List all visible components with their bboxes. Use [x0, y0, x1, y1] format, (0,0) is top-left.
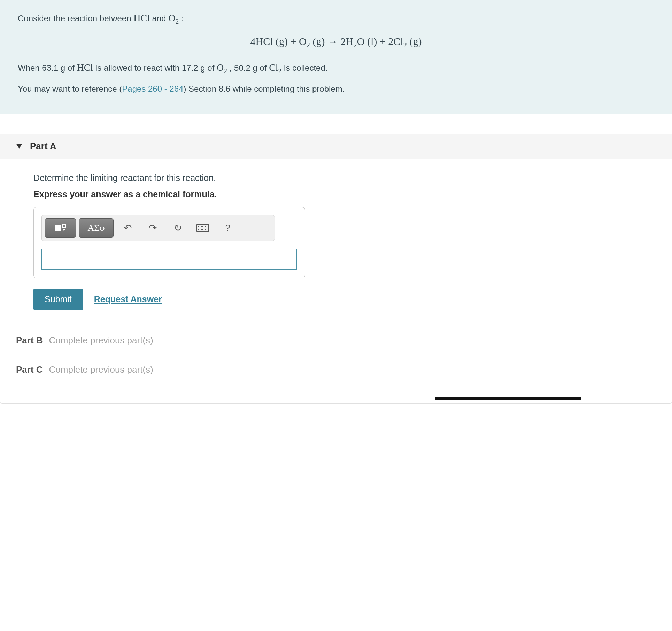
text: O	[168, 13, 175, 23]
answer-input[interactable]	[41, 249, 297, 270]
keyboard-button[interactable]	[192, 218, 214, 238]
intro-line-2: When 63.1 g of HCl is allowed to react w…	[18, 60, 654, 76]
subscript: 2	[307, 41, 310, 49]
text: :	[179, 14, 183, 23]
spacer	[0, 114, 672, 134]
chemical-equation: 4HCl (g) + O2 (g) → 2H2O (l) + 2Cl2 (g)	[18, 33, 654, 51]
redo-icon: ↷	[149, 222, 157, 234]
greek-symbols-button[interactable]: ΑΣφ	[79, 218, 114, 238]
text: Cl	[269, 62, 278, 73]
part-c-label: Part C	[16, 364, 43, 375]
problem-container: Consider the reaction between HCl and O2…	[0, 0, 672, 404]
text: is collected.	[281, 63, 327, 73]
text: You may want to reference (	[18, 84, 122, 93]
text: When 63.1 g of	[18, 63, 77, 73]
subscript: 2	[278, 67, 282, 74]
keyboard-icon	[196, 224, 209, 232]
chem-cl2: Cl2	[269, 62, 281, 73]
subscript: 2	[224, 67, 227, 74]
text: ) Section 8.6 while completing this prob…	[183, 84, 345, 93]
bottom-bar	[0, 384, 672, 403]
formula-template-icon: ⇌	[55, 224, 66, 232]
part-a-body: Determine the limiting reactant for this…	[0, 159, 672, 326]
help-button[interactable]: ?	[217, 218, 239, 238]
chem-hcl: HCl	[77, 62, 93, 73]
request-answer-link[interactable]: Request Answer	[94, 294, 162, 304]
text: O (l) + 2Cl	[357, 36, 403, 47]
reset-button[interactable]: ↻	[167, 218, 189, 238]
subscript: 2	[403, 41, 407, 49]
text: (g)	[407, 36, 422, 47]
pages-reference-link[interactable]: Pages 260 - 264	[122, 84, 183, 93]
part-b-header: Part B Complete previous part(s)	[0, 326, 672, 355]
text: is allowed to react with 17.2 g of	[93, 63, 217, 73]
problem-intro: Consider the reaction between HCl and O2…	[0, 0, 672, 114]
intro-line-3: You may want to reference (Pages 260 - 2…	[18, 82, 654, 96]
question-text: Determine the limiting reactant for this…	[33, 173, 651, 183]
text: , 50.2 g of	[227, 63, 269, 73]
chem-hcl: HCl	[133, 13, 150, 23]
answer-instruction: Express your answer as a chemical formul…	[33, 189, 651, 199]
part-b-label: Part B	[16, 335, 43, 346]
undo-icon: ↶	[124, 222, 132, 234]
part-c-locked-msg: Complete previous part(s)	[49, 364, 153, 375]
text: (g) → 2H	[310, 36, 353, 47]
subscript: 2	[353, 41, 357, 49]
part-c-header: Part C Complete previous part(s)	[0, 355, 672, 384]
part-a-title: Part A	[30, 141, 56, 152]
caret-down-icon	[16, 144, 22, 149]
chem-o2: O2	[168, 13, 179, 23]
equation-toolbar: ⇌ ΑΣφ ↶ ↷ ↻ ?	[41, 215, 275, 241]
submit-row: Submit Request Answer	[33, 289, 651, 310]
text: Consider the reaction between	[18, 14, 133, 23]
intro-line-1: Consider the reaction between HCl and O2…	[18, 10, 654, 27]
subscript: 2	[176, 18, 179, 25]
part-b-locked-msg: Complete previous part(s)	[49, 335, 153, 346]
redo-button[interactable]: ↷	[141, 218, 164, 238]
scrollbar-indicator[interactable]	[435, 397, 581, 400]
submit-button[interactable]: Submit	[33, 289, 83, 310]
text: and	[150, 14, 168, 23]
text: 4HCl (g) + O	[250, 36, 307, 47]
reset-icon: ↻	[174, 222, 182, 234]
text: O	[217, 62, 224, 73]
chem-o2: O2	[217, 62, 227, 73]
answer-box: ⇌ ΑΣφ ↶ ↷ ↻ ?	[33, 207, 305, 278]
formula-template-button[interactable]: ⇌	[45, 218, 76, 238]
undo-button[interactable]: ↶	[116, 218, 139, 238]
part-a-header[interactable]: Part A	[0, 134, 672, 159]
